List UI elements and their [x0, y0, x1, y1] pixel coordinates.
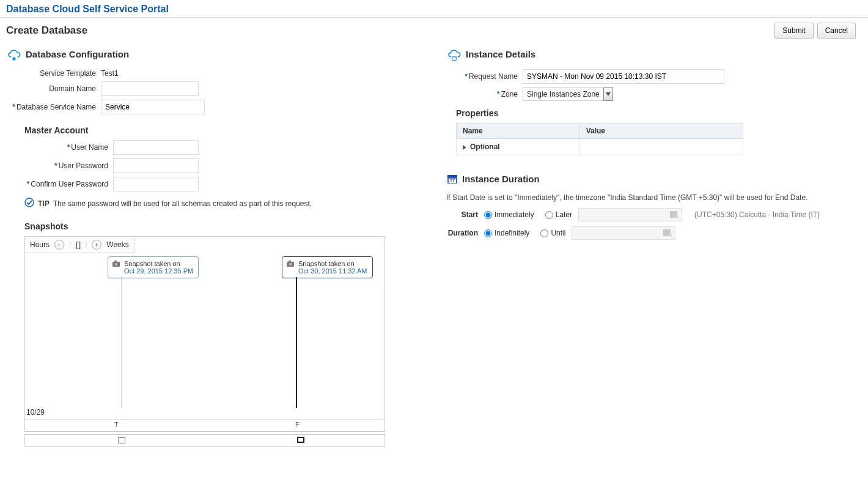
- date-picker-icon: [663, 228, 672, 239]
- instance-details-title: Instance Details: [466, 49, 535, 59]
- svg-point-2: [13, 59, 16, 61]
- zoom-range-icon[interactable]: [ ]: [76, 240, 80, 249]
- cloud-db-icon: [6, 46, 22, 62]
- input-user-name[interactable]: [113, 140, 199, 155]
- timezone-text: (UTC+05:30) Calcutta - India Time (IT): [694, 210, 820, 219]
- start-date-field: [578, 208, 682, 221]
- left-column: Database Configuration Service Template …: [6, 41, 422, 447]
- svg-rect-10: [452, 57, 457, 61]
- svg-point-16: [675, 215, 679, 218]
- label-duration: Duration: [446, 229, 484, 237]
- zoom-out-button[interactable]: −: [54, 240, 64, 250]
- label-user-password: User Password: [59, 161, 108, 170]
- tip-label: TIP: [38, 199, 50, 208]
- snapshot-marker[interactable]: Snapshot taken on Oct 29, 2015 12:35 PM: [108, 256, 199, 278]
- svg-rect-8: [289, 261, 291, 262]
- zone-select-display[interactable]: Single Instances Zone: [523, 87, 604, 101]
- zoom-hours-label: Hours: [30, 240, 50, 249]
- portal-title: Database Cloud Self Service Portal: [0, 0, 868, 18]
- radio-start-immediately[interactable]: [484, 211, 492, 219]
- zone-dropdown-button[interactable]: [603, 87, 613, 101]
- col-value: Value: [579, 124, 743, 139]
- cloud-instance-icon: [446, 46, 462, 62]
- right-column: Instance Details *Request Name *Zone Sin…: [446, 41, 862, 447]
- label-start: Start: [446, 210, 484, 219]
- axis-label: F: [295, 421, 300, 428]
- minimap-range-selected[interactable]: [297, 437, 304, 443]
- master-account-title: Master Account: [24, 125, 422, 135]
- snapshot-minimap[interactable]: [24, 434, 385, 447]
- table-row[interactable]: Optional: [457, 139, 743, 155]
- tip-text: The same password will be used for all s…: [53, 199, 312, 208]
- properties-table: Name Value Optional: [456, 123, 743, 155]
- main-scroll[interactable]: Database Cloud Self Service Portal Creat…: [0, 0, 868, 493]
- axis-start-date: 10/29: [26, 408, 45, 417]
- snapshots-title: Snapshots: [24, 221, 422, 231]
- page-title: Create Database: [6, 24, 87, 37]
- camera-icon: [112, 260, 120, 269]
- submit-button[interactable]: Submit: [774, 23, 813, 39]
- svg-point-18: [668, 233, 672, 237]
- input-domain-name[interactable]: [101, 81, 199, 96]
- properties-title: Properties: [456, 108, 862, 118]
- svg-text:17: 17: [450, 179, 455, 183]
- duration-note: If Start Date is set to "Immediately", t…: [446, 193, 862, 202]
- until-date-field: [572, 226, 675, 240]
- snapshot-date-link[interactable]: Oct 30, 2015 11:32 AM: [298, 267, 367, 275]
- snapshots-timeline[interactable]: Hours − | [ ] | + Weeks Snapshot taken o…: [24, 236, 385, 432]
- cancel-button[interactable]: Cancel: [817, 23, 856, 39]
- svg-point-6: [115, 263, 117, 265]
- axis-label: T: [114, 421, 119, 428]
- svg-rect-12: [447, 175, 457, 177]
- snapshot-line: [122, 277, 122, 408]
- radio-duration-until[interactable]: [540, 229, 548, 237]
- svg-rect-5: [114, 261, 117, 262]
- date-picker-icon: [669, 209, 679, 221]
- calendar-icon: 17: [446, 172, 458, 185]
- check-icon: [24, 198, 34, 209]
- radio-duration-indefinitely[interactable]: [484, 229, 492, 237]
- label-db-service-name: Database Service Name: [17, 103, 96, 111]
- svg-point-3: [25, 198, 34, 207]
- db-config-title: Database Configuration: [26, 49, 129, 59]
- label-request-name: Request Name: [469, 72, 518, 81]
- input-request-name[interactable]: [523, 69, 724, 84]
- label-domain-name: Domain Name: [6, 84, 101, 93]
- instance-duration-title: Instance Duration: [462, 174, 540, 184]
- expand-icon[interactable]: [463, 145, 466, 150]
- input-user-password[interactable]: [113, 158, 199, 173]
- snapshot-date-link[interactable]: Oct 29, 2015 12:35 PM: [124, 267, 193, 275]
- svg-point-9: [289, 263, 292, 265]
- zoom-weeks-label: Weeks: [106, 240, 128, 249]
- radio-start-later[interactable]: [545, 211, 553, 219]
- value-service-template: Test1: [101, 69, 119, 78]
- label-confirm-password: Confirm User Password: [31, 180, 108, 188]
- label-zone: Zone: [501, 90, 518, 98]
- snapshot-line-selected: [296, 277, 297, 408]
- camera-icon: [286, 260, 295, 269]
- col-name: Name: [457, 124, 580, 139]
- label-user-name: User Name: [71, 143, 108, 152]
- input-db-service-name[interactable]: [101, 100, 205, 114]
- snapshot-marker-selected[interactable]: Snapshot taken on Oct 30, 2015 11:32 AM: [282, 256, 373, 278]
- input-confirm-password[interactable]: [113, 177, 199, 191]
- label-service-template: Service Template: [6, 69, 101, 78]
- minimap-range[interactable]: [118, 437, 125, 443]
- zoom-in-button[interactable]: +: [92, 240, 101, 250]
